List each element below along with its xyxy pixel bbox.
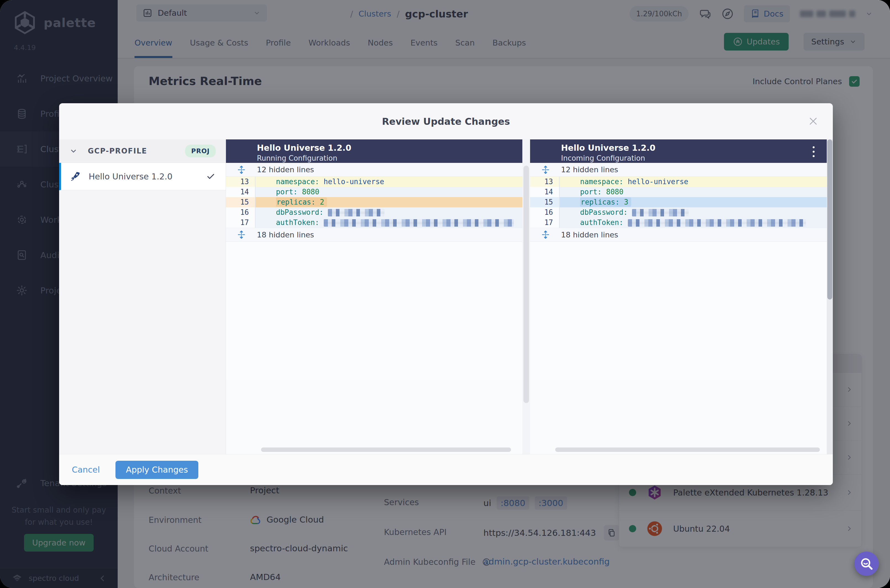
pack-title: Hello Universe 1.2.0 bbox=[561, 143, 827, 153]
modal-title: Review Update Changes bbox=[382, 116, 510, 127]
code-text: replicas:3 bbox=[560, 197, 827, 207]
magnifier-smile-icon bbox=[860, 557, 873, 571]
search-fab-button[interactable] bbox=[854, 552, 879, 576]
redacted-value bbox=[632, 209, 689, 216]
line-number: 14 bbox=[226, 187, 256, 197]
unfold-icon bbox=[541, 165, 550, 174]
code-line: 16 dbPassword: bbox=[530, 207, 827, 218]
hidden-lines-expander[interactable]: 18 hidden lines bbox=[530, 228, 827, 242]
scrollbar-thumb[interactable] bbox=[523, 166, 529, 403]
line-number: 16 bbox=[226, 207, 256, 218]
diff-pane-header: Hello Universe 1.2.0 Incoming Configurat… bbox=[530, 140, 827, 163]
app-window: palette 4.4.19 Project Overview Profiles… bbox=[0, 0, 890, 588]
code-text: authToken: bbox=[560, 218, 827, 228]
line-number: 14 bbox=[530, 187, 560, 197]
horizontal-scrollbar[interactable] bbox=[555, 447, 820, 452]
hidden-lines-expander[interactable]: 12 hidden lines bbox=[530, 163, 827, 177]
code-line-changed: 15 replicas:2 bbox=[226, 197, 522, 207]
redacted-value bbox=[628, 219, 806, 226]
review-update-changes-modal: Review Update Changes GCP-PROFILE PROJ H… bbox=[59, 103, 833, 485]
rocket-icon bbox=[70, 171, 81, 182]
line-number: 13 bbox=[530, 177, 560, 187]
cancel-button[interactable]: Cancel bbox=[72, 465, 100, 474]
unfold-icon bbox=[541, 230, 550, 239]
scrollbar-thumb[interactable] bbox=[827, 140, 832, 300]
code-line: 14 port:8080 bbox=[530, 187, 827, 197]
code-text: dbPassword: bbox=[256, 207, 522, 218]
diff-pane-running: Hello Universe 1.2.0 Running Configurati… bbox=[226, 140, 522, 454]
code-text: namespace:hello-universe bbox=[560, 177, 827, 187]
code-line: 13 namespace:hello-universe bbox=[226, 177, 522, 187]
code-text: port:8080 bbox=[256, 187, 522, 197]
diff-pane-incoming: Hello Universe 1.2.0 Incoming Configurat… bbox=[530, 140, 827, 454]
line-number: 17 bbox=[530, 218, 560, 228]
code-line: 13 namespace:hello-universe bbox=[530, 177, 827, 187]
line-number: 15 bbox=[530, 197, 560, 207]
editor-empty-area bbox=[226, 380, 522, 454]
config-subtitle: Incoming Configuration bbox=[561, 154, 827, 162]
code-line: 17 authToken: bbox=[530, 218, 827, 228]
scope-badge: PROJ bbox=[185, 145, 216, 158]
close-icon[interactable] bbox=[808, 116, 818, 126]
redacted-value bbox=[324, 219, 514, 226]
unfold-icon bbox=[237, 230, 246, 239]
profile-item-name: Hello Universe 1.2.0 bbox=[89, 172, 172, 182]
config-subtitle: Running Configuration bbox=[257, 154, 522, 162]
hidden-lines-expander[interactable]: 18 hidden lines bbox=[226, 228, 522, 242]
code-text: replicas:2 bbox=[256, 197, 522, 207]
code-text: dbPassword: bbox=[560, 207, 827, 218]
profile-group-name: GCP-PROFILE bbox=[88, 147, 147, 155]
line-number: 16 bbox=[530, 207, 560, 218]
hidden-lines-expander[interactable]: 12 hidden lines bbox=[226, 163, 522, 177]
pack-title: Hello Universe 1.2.0 bbox=[257, 143, 522, 153]
modal-footer: Cancel Apply Changes bbox=[59, 454, 833, 485]
line-number: 15 bbox=[226, 197, 256, 207]
line-number: 13 bbox=[226, 177, 256, 187]
profile-item-hello-universe[interactable]: Hello Universe 1.2.0 bbox=[59, 163, 226, 190]
kebab-menu-icon[interactable] bbox=[808, 145, 819, 158]
hidden-lines-label: 12 hidden lines bbox=[257, 165, 314, 174]
editor-empty-area bbox=[530, 380, 827, 454]
profile-group-header[interactable]: GCP-PROFILE PROJ bbox=[59, 140, 226, 163]
vertical-scrollbar[interactable] bbox=[827, 140, 833, 454]
hidden-lines-label: 18 hidden lines bbox=[561, 231, 618, 239]
modal-header: Review Update Changes bbox=[59, 103, 833, 140]
code-line: 14 port:8080 bbox=[226, 187, 522, 197]
code-line: 17 authToken: bbox=[226, 218, 522, 228]
diff-viewer: Hello Universe 1.2.0 Running Configurati… bbox=[226, 140, 833, 454]
unfold-icon bbox=[237, 165, 246, 174]
code-line-changed: 15 replicas:3 bbox=[530, 197, 827, 207]
diff-pane-header: Hello Universe 1.2.0 Running Configurati… bbox=[226, 140, 522, 163]
code-text: port:8080 bbox=[560, 187, 827, 197]
apply-changes-button[interactable]: Apply Changes bbox=[116, 461, 198, 479]
hidden-lines-label: 18 hidden lines bbox=[257, 231, 314, 239]
line-number: 17 bbox=[226, 218, 256, 228]
check-icon bbox=[206, 172, 215, 181]
code-line: 16 dbPassword: bbox=[226, 207, 522, 218]
horizontal-scrollbar[interactable] bbox=[261, 447, 511, 452]
code-text: authToken: bbox=[256, 218, 522, 228]
code-text: namespace:hello-universe bbox=[256, 177, 522, 187]
profile-list-panel: GCP-PROFILE PROJ Hello Universe 1.2.0 bbox=[59, 140, 226, 454]
redacted-value bbox=[328, 209, 385, 216]
chevron-down-icon bbox=[69, 147, 78, 155]
vertical-scrollbar[interactable] bbox=[522, 140, 530, 454]
hidden-lines-label: 12 hidden lines bbox=[561, 165, 618, 174]
